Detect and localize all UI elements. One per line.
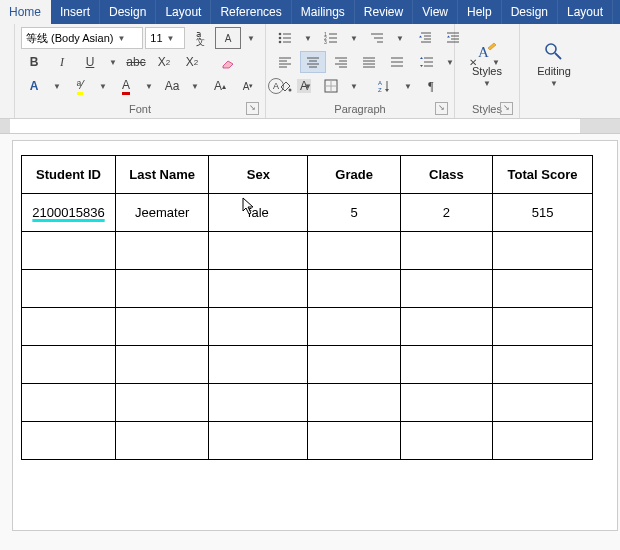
phonetic-guide-button[interactable]: a̤文 <box>187 27 213 49</box>
align-right-button[interactable] <box>328 51 354 73</box>
shading-dropdown[interactable]: ▼ <box>300 75 316 97</box>
cell[interactable] <box>493 270 593 308</box>
borders-dropdown[interactable]: ▼ <box>346 75 362 97</box>
cell[interactable] <box>22 270 116 308</box>
cell[interactable]: 2100015836 <box>22 194 116 232</box>
document-page[interactable]: Student ID Last Name Sex Grade Class Tot… <box>12 140 618 531</box>
cell[interactable] <box>308 346 400 384</box>
col-student-id[interactable]: Student ID <box>22 156 116 194</box>
editing-button[interactable]: Editing ▼ <box>529 38 579 91</box>
bold-button[interactable]: B <box>21 51 47 73</box>
char-border-dropdown[interactable]: ▼ <box>243 27 259 49</box>
cell[interactable]: fale <box>209 194 308 232</box>
cell[interactable] <box>400 422 492 460</box>
paragraph-dialog-launcher[interactable]: ↘ <box>435 102 448 115</box>
char-border-button[interactable]: A <box>215 27 241 49</box>
table-row[interactable] <box>22 232 593 270</box>
styles-dialog-launcher[interactable]: ↘ <box>500 102 513 115</box>
tab-mailings[interactable]: Mailings <box>292 0 355 24</box>
col-class[interactable]: Class <box>400 156 492 194</box>
cell[interactable] <box>22 308 116 346</box>
highlight-dropdown[interactable]: ▼ <box>95 75 111 97</box>
tab-table-design[interactable]: Design <box>502 0 558 24</box>
table-row[interactable] <box>22 308 593 346</box>
tab-references[interactable]: References <box>211 0 291 24</box>
sort-dropdown[interactable]: ▼ <box>400 75 416 97</box>
tab-home[interactable]: Home <box>0 0 51 24</box>
cell[interactable] <box>209 232 308 270</box>
cell[interactable] <box>209 422 308 460</box>
table-row[interactable] <box>22 346 593 384</box>
font-name-combo[interactable]: 等线 (Body Asian) ▼ <box>21 27 143 49</box>
cell[interactable] <box>493 422 593 460</box>
align-center-button[interactable] <box>300 51 326 73</box>
text-effects-button[interactable]: A <box>21 75 47 97</box>
cell[interactable]: 515 <box>493 194 593 232</box>
cell[interactable] <box>308 232 400 270</box>
clipboard-strip[interactable] <box>0 28 16 90</box>
multilevel-list-button[interactable] <box>364 27 390 49</box>
cell[interactable] <box>493 346 593 384</box>
table-row[interactable] <box>22 422 593 460</box>
subscript-button[interactable]: X2 <box>151 51 177 73</box>
underline-button[interactable]: U <box>77 51 103 73</box>
font-color-button[interactable]: A <box>113 75 139 97</box>
tab-review[interactable]: Review <box>355 0 413 24</box>
cell[interactable] <box>209 346 308 384</box>
superscript-button[interactable]: X2 <box>179 51 205 73</box>
clear-formatting-button[interactable] <box>215 51 241 73</box>
font-size-combo[interactable]: 11 ▼ <box>145 27 185 49</box>
student-table[interactable]: Student ID Last Name Sex Grade Class Tot… <box>21 155 593 460</box>
cell[interactable] <box>209 384 308 422</box>
shading-button[interactable] <box>272 75 298 97</box>
cell[interactable] <box>400 308 492 346</box>
tab-insert[interactable]: Insert <box>51 0 100 24</box>
tab-layout[interactable]: Layout <box>156 0 211 24</box>
borders-button[interactable] <box>318 75 344 97</box>
cell[interactable]: Jeemater <box>116 194 209 232</box>
horizontal-ruler[interactable] <box>0 119 620 134</box>
cell[interactable] <box>308 270 400 308</box>
decrease-indent-button[interactable] <box>412 27 438 49</box>
cell[interactable]: 2 <box>400 194 492 232</box>
numbering-dropdown[interactable]: ▼ <box>346 27 362 49</box>
numbering-button[interactable]: 123 <box>318 27 344 49</box>
cell[interactable] <box>308 422 400 460</box>
cell[interactable] <box>22 232 116 270</box>
align-left-button[interactable] <box>272 51 298 73</box>
col-total-score[interactable]: Total Score <box>493 156 593 194</box>
cell[interactable]: 5 <box>308 194 400 232</box>
change-case-dropdown[interactable]: ▼ <box>187 75 203 97</box>
col-last-name[interactable]: Last Name <box>116 156 209 194</box>
cell[interactable] <box>308 308 400 346</box>
cell[interactable] <box>116 346 209 384</box>
col-sex[interactable]: Sex <box>209 156 308 194</box>
underline-dropdown[interactable]: ▼ <box>105 51 121 73</box>
cell[interactable] <box>493 308 593 346</box>
cell[interactable] <box>400 232 492 270</box>
grow-font-button[interactable]: A▴ <box>207 75 233 97</box>
align-justify-button[interactable] <box>356 51 382 73</box>
tell-me-search[interactable]: Tell m <box>613 0 620 24</box>
sort-button[interactable]: AZ <box>372 75 398 97</box>
font-color-dropdown[interactable]: ▼ <box>141 75 157 97</box>
cell[interactable] <box>22 346 116 384</box>
col-grade[interactable]: Grade <box>308 156 400 194</box>
styles-button[interactable]: A Styles ▼ <box>462 38 512 91</box>
cell[interactable] <box>116 384 209 422</box>
tab-view[interactable]: View <box>413 0 458 24</box>
cell[interactable] <box>308 384 400 422</box>
cell[interactable] <box>209 308 308 346</box>
align-distributed-button[interactable] <box>384 51 410 73</box>
table-row[interactable] <box>22 270 593 308</box>
multilevel-dropdown[interactable]: ▼ <box>392 27 408 49</box>
bullets-button[interactable] <box>272 27 298 49</box>
cell[interactable] <box>116 270 209 308</box>
line-spacing-button[interactable] <box>414 51 440 73</box>
text-effects-dropdown[interactable]: ▼ <box>49 75 65 97</box>
table-row[interactable] <box>22 384 593 422</box>
cell[interactable] <box>209 270 308 308</box>
cell[interactable] <box>493 232 593 270</box>
tab-design[interactable]: Design <box>100 0 156 24</box>
cell[interactable] <box>116 232 209 270</box>
